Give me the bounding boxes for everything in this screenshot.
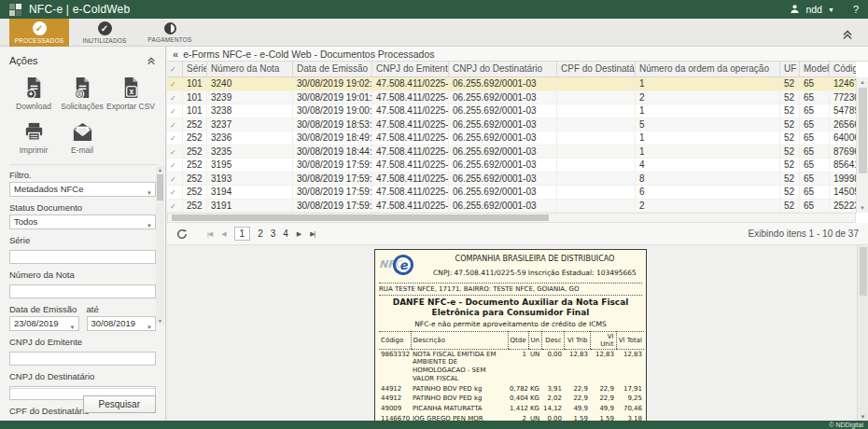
row-checkbox[interactable]: ✓	[167, 131, 183, 145]
table-row[interactable]: ✓ 101 3240 30/08/2019 19:02:36 47.508.41…	[167, 77, 856, 91]
column-cnpj-destinatario[interactable]: CNPJ do Destinatário	[449, 62, 557, 76]
table-row[interactable]: ✓ 252 3237 30/08/2019 18:53:40 47.508.41…	[167, 118, 856, 132]
column-codigo[interactable]: Código	[830, 62, 856, 76]
panel-header: « e-Forms NFC-e - e-Cold Web - Documento…	[167, 47, 868, 62]
collapse-left-icon[interactable]: «	[173, 48, 178, 61]
cell-codigo: 12467	[830, 77, 856, 90]
scroll-up-icon[interactable]: ▲	[156, 166, 164, 173]
app-logo-icon	[9, 4, 21, 16]
table-horizontal-scrollbar[interactable]	[167, 213, 856, 223]
row-checkbox[interactable]: ✓	[167, 91, 183, 104]
preview-scrollbar[interactable]: ▼	[857, 245, 868, 421]
table-row[interactable]: ✓ 101 3238 30/08/2019 19:00:23 47.508.41…	[167, 104, 856, 118]
chevron-down-icon: ▼	[147, 219, 152, 232]
exportar-csv-button[interactable]: x Exportar CSV	[106, 76, 155, 111]
main-panel: « e-Forms NFC-e - e-Cold Web - Documento…	[167, 47, 868, 421]
page-1-button[interactable]: 1	[234, 227, 251, 241]
status-documento-select[interactable]: Todos ▼	[9, 214, 156, 229]
column-modelo[interactable]: Modelo	[800, 62, 830, 76]
user-menu[interactable]: ndd	[805, 4, 822, 15]
scrollbar-thumb[interactable]	[157, 174, 163, 201]
cell-cnpj-destinatario: 06.255.692/0001-03	[449, 200, 557, 213]
first-page-button[interactable]: |◀	[207, 230, 212, 238]
column-cpf-destinatario[interactable]: CPF do Destinatário	[557, 62, 636, 76]
row-checkbox[interactable]: ✓	[167, 104, 183, 118]
cell-codigo: 77230	[830, 91, 856, 104]
column-cnpj-emitente[interactable]: CNPJ do Emitente	[372, 62, 449, 76]
table-row[interactable]: ✓ 252 3195 30/08/2019 17:59:54 47.508.41…	[167, 159, 856, 173]
chevron-down-icon[interactable]: ▼	[828, 7, 834, 13]
collapse-ribbon-icon[interactable]	[842, 27, 853, 44]
pesquisar-button[interactable]: Pesquisar	[83, 395, 156, 413]
row-checkbox[interactable]: ✓	[167, 200, 183, 213]
data-ate-picker[interactable]: 30/08/2019 ▼	[87, 316, 157, 331]
row-checkbox[interactable]: ✓	[167, 186, 183, 199]
table-vertical-scrollbar[interactable]: ▲ ▼	[856, 77, 868, 213]
row-checkbox[interactable]: ✓	[167, 118, 183, 131]
receipt-items-header: Código Descrição Qtde Un Desc Vl Trib Vl…	[379, 331, 644, 349]
cell-serie: 252	[183, 186, 207, 199]
solicitacoes-button[interactable]: Solicitações	[58, 76, 106, 111]
cnpj-emitente-input[interactable]	[9, 352, 156, 366]
column-serie[interactable]: Série	[183, 62, 207, 76]
scroll-down-icon[interactable]: ▼	[156, 317, 164, 325]
imprimir-button[interactable]: Imprimir	[9, 120, 58, 155]
collapse-panel-icon[interactable]	[147, 52, 156, 69]
item-qtde: 0,782	[508, 384, 528, 394]
data-de-picker[interactable]: 23/08/2019 ▼	[9, 316, 79, 331]
cell-serie: 101	[183, 91, 207, 104]
cell-serie: 101	[183, 77, 207, 90]
refresh-button[interactable]	[176, 228, 188, 240]
table-row[interactable]: ✓ 252 3191 30/08/2019 17:59:54 47.508.41…	[167, 200, 856, 214]
scrollbar-thumb[interactable]	[859, 88, 867, 173]
table-row[interactable]: ✓ 252 3194 30/08/2019 17:59:54 47.508.41…	[167, 186, 856, 200]
table-row[interactable]: ✓ 101 3239 30/08/2019 19:01:31 47.508.41…	[167, 91, 856, 105]
item-vl-trib: 1,59	[564, 414, 590, 421]
column-uf[interactable]: UF	[780, 62, 800, 76]
cell-uf: 52	[780, 91, 800, 104]
filtro-select[interactable]: Metadados NFCe ▼	[9, 182, 156, 197]
row-checkbox[interactable]: ✓	[167, 145, 183, 159]
column-data-emissao[interactable]: Data de Emissão	[293, 62, 372, 76]
page-2-button[interactable]: 2	[258, 228, 263, 239]
select-all-checkbox[interactable]: ✓	[167, 62, 183, 76]
column-numero-nota[interactable]: Número da Nota	[207, 62, 293, 76]
serie-input[interactable]	[9, 250, 156, 264]
tab-inutilizados[interactable]: ✓ INUTILIZADOS	[75, 19, 134, 47]
page-4-button[interactable]: 4	[283, 228, 288, 239]
cell-data-emissao: 30/08/2019 17:59:54	[293, 173, 372, 186]
item-col-vl-unit: Vl Unit	[590, 331, 616, 349]
scrollbar-thumb[interactable]	[860, 247, 867, 296]
column-numero-ordem[interactable]: Número da ordem da operação	[636, 62, 780, 76]
table-row[interactable]: ✓ 252 3193 30/08/2019 17:59:54 47.508.41…	[167, 173, 856, 187]
scroll-down-icon[interactable]: ▼	[857, 203, 868, 213]
numero-nota-input[interactable]	[9, 284, 156, 298]
status-select-value: Todos	[14, 216, 37, 227]
last-page-button[interactable]: ▶|	[310, 230, 315, 238]
sidebar-title: Ações	[9, 55, 38, 66]
download-button[interactable]: Download	[9, 76, 58, 111]
table-row[interactable]: ✓ 252 3235 30/08/2019 18:44:22 47.508.41…	[167, 145, 856, 159]
scroll-down-icon[interactable]: ▼	[858, 414, 868, 420]
tab-pagamentos[interactable]: PAGAMENTOS	[140, 19, 200, 47]
cell-codigo: 85641	[830, 159, 856, 172]
help-button[interactable]: ?	[853, 4, 859, 15]
cell-ordem: 1	[636, 145, 780, 159]
row-checkbox[interactable]: ✓	[167, 173, 183, 186]
tab-processados[interactable]: ✓ PROCESSADOS	[9, 19, 69, 47]
scroll-up-icon[interactable]: ▲	[857, 77, 868, 87]
cell-data-emissao: 30/08/2019 17:59:54	[293, 186, 372, 199]
scrollbar-thumb[interactable]	[172, 214, 549, 221]
cell-cnpj-emitente: 47.508.411/0225-59	[372, 186, 449, 199]
actions-toolbar: Download Solicitações x Exportar CSV Imp…	[9, 73, 156, 160]
email-button[interactable]: E-mail	[58, 120, 106, 155]
next-page-button[interactable]: ▶	[297, 230, 301, 238]
item-vl-total: 3,18	[616, 414, 644, 421]
row-checkbox[interactable]: ✓	[167, 159, 183, 172]
page-3-button[interactable]: 3	[271, 228, 276, 239]
table-row[interactable]: ✓ 252 3236 30/08/2019 18:49:51 47.508.41…	[167, 131, 856, 145]
row-checkbox[interactable]: ✓	[167, 77, 183, 90]
item-desconto: 2,02	[541, 394, 564, 404]
previous-page-button[interactable]: ◀	[221, 230, 225, 238]
filter-scrollbar[interactable]: ▲ ▼	[156, 166, 164, 325]
